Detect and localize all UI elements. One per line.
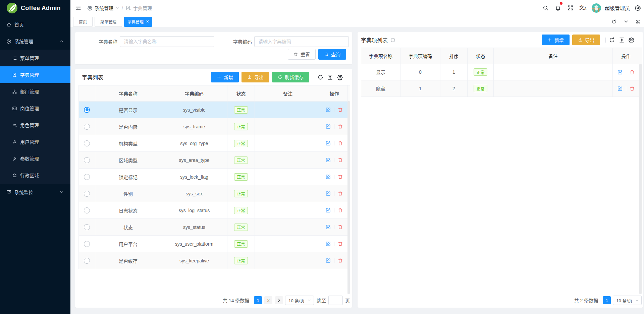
delete-icon[interactable] <box>337 191 343 196</box>
vertical-scrollbar-thumb[interactable] <box>639 64 642 294</box>
dict-table-row[interactable]: 状态sys_status正常 <box>79 219 350 236</box>
column-height-icon[interactable] <box>327 74 333 80</box>
add-dict-item-button[interactable]: 新增 <box>542 35 570 45</box>
delete-icon[interactable] <box>337 207 343 213</box>
delete-icon[interactable] <box>337 241 343 247</box>
delete-icon[interactable] <box>337 258 343 263</box>
dict-code-input[interactable] <box>254 36 349 47</box>
export-dict-button[interactable]: 导出 <box>241 72 269 82</box>
page-button-1[interactable]: 1 <box>254 296 262 304</box>
edit-icon[interactable] <box>325 241 331 247</box>
settings-button[interactable] <box>632 0 644 16</box>
delete-icon[interactable] <box>337 174 343 180</box>
page-size-select[interactable]: 10 条/页 <box>285 296 314 305</box>
sidebar-item-dept-mgmt[interactable]: 部门管理 <box>0 83 70 100</box>
refresh-table-icon[interactable] <box>317 74 324 80</box>
dict-item-table-row[interactable]: 显示01正常 <box>361 64 642 80</box>
radio-cell[interactable] <box>79 135 95 152</box>
query-button[interactable]: 查询 <box>318 49 346 60</box>
row-radio[interactable] <box>84 207 90 213</box>
user-name[interactable]: 超级管理员 <box>605 4 630 11</box>
fullscreen-button[interactable] <box>564 0 577 16</box>
dict-table-row[interactable]: 区域类型sys_area_type正常 <box>79 152 350 169</box>
sidebar-item-dict-mgmt[interactable]: 字典管理 <box>0 66 70 83</box>
edit-icon[interactable] <box>617 86 623 91</box>
info-icon[interactable] <box>390 38 395 43</box>
edit-icon[interactable] <box>325 258 331 263</box>
dict-table-row[interactable]: 是否显示sys_visible正常 <box>79 102 350 118</box>
delete-icon[interactable] <box>337 124 343 129</box>
table-settings-icon[interactable] <box>337 74 343 80</box>
sidebar-item-system[interactable]: 系统管理 <box>0 33 70 50</box>
edit-icon[interactable] <box>325 207 331 213</box>
radio-cell[interactable] <box>79 102 95 118</box>
page-button-2[interactable]: 2 <box>264 296 272 304</box>
edit-icon[interactable] <box>325 224 331 230</box>
notifications-button[interactable] <box>552 0 564 16</box>
row-radio[interactable] <box>84 157 90 163</box>
refresh-page-button[interactable] <box>608 16 620 27</box>
tab-首页[interactable]: 首页 <box>73 17 93 27</box>
jump-page-input[interactable] <box>328 296 343 305</box>
edit-icon[interactable] <box>617 69 623 75</box>
sidebar-item-menu-mgmt[interactable]: 菜单管理 <box>0 50 70 66</box>
edit-icon[interactable] <box>325 107 331 113</box>
vertical-scrollbar-thumb[interactable] <box>347 101 350 294</box>
radio-cell[interactable] <box>79 118 95 135</box>
tab-字典管理[interactable]: 字典管理✕ <box>124 17 152 27</box>
row-radio[interactable] <box>84 258 90 264</box>
sidebar-item-region-mgmt[interactable]: 行政区域 <box>0 167 70 184</box>
dict-table-row[interactable]: 是否内嵌sys_frame正常 <box>79 118 350 135</box>
delete-icon[interactable] <box>337 140 343 146</box>
dict-table-row[interactable]: 是否缓存sys_keepalive正常 <box>79 252 350 269</box>
radio-cell[interactable] <box>79 252 95 269</box>
delete-icon[interactable] <box>629 69 635 75</box>
collapse-sidebar-button[interactable] <box>75 5 82 11</box>
reset-button[interactable]: 重置 <box>288 49 316 60</box>
dict-item-table-row[interactable]: 隐藏12正常 <box>361 80 642 97</box>
edit-icon[interactable] <box>325 157 331 163</box>
sidebar-item-post-mgmt[interactable]: 岗位管理 <box>0 100 70 117</box>
next-page-button[interactable] <box>275 296 283 304</box>
global-search-button[interactable] <box>539 0 552 16</box>
row-radio[interactable] <box>84 191 90 197</box>
row-radio[interactable] <box>84 107 90 113</box>
maximize-content-button[interactable] <box>632 16 644 27</box>
edit-icon[interactable] <box>325 174 331 180</box>
edit-icon[interactable] <box>325 124 331 129</box>
sidebar-item-param-mgmt[interactable]: 参数管理 <box>0 150 70 167</box>
add-dict-button[interactable]: 新增 <box>211 72 239 82</box>
tab-options-button[interactable] <box>620 16 632 27</box>
delete-icon[interactable] <box>629 86 635 91</box>
dict-table-row[interactable]: 用户平台sys_user_platform正常 <box>79 236 350 252</box>
row-radio[interactable] <box>84 224 90 230</box>
radio-cell[interactable] <box>79 236 95 252</box>
row-radio[interactable] <box>84 140 90 146</box>
sidebar-item-role-mgmt[interactable]: 角色管理 <box>0 117 70 133</box>
row-radio[interactable] <box>84 174 90 180</box>
radio-cell[interactable] <box>79 202 95 219</box>
edit-icon[interactable] <box>325 140 331 146</box>
table-settings-icon[interactable] <box>628 37 635 43</box>
sidebar-item-monitor[interactable]: 系统监控 <box>0 184 70 200</box>
refresh-table-icon[interactable] <box>609 37 615 43</box>
column-height-icon[interactable] <box>619 37 625 43</box>
edit-icon[interactable] <box>325 191 331 196</box>
dict-table-row[interactable]: 性别sys_sex正常 <box>79 185 350 202</box>
radio-cell[interactable] <box>79 169 95 185</box>
language-switch-button[interactable]: 文A <box>577 0 589 16</box>
tab-菜单管理[interactable]: 菜单管理 <box>95 17 122 27</box>
radio-cell[interactable] <box>79 219 95 236</box>
row-radio[interactable] <box>84 241 90 247</box>
sidebar-item-home[interactable]: 首页 <box>0 16 70 33</box>
radio-cell[interactable] <box>79 185 95 202</box>
radio-cell[interactable] <box>79 152 95 169</box>
page-size-select[interactable]: 10 条/页 <box>613 296 642 305</box>
export-dict-item-button[interactable]: 导出 <box>572 35 600 45</box>
dict-table-row[interactable]: 机构类型sys_org_type正常 <box>79 135 350 152</box>
refresh-cache-button[interactable]: 刷新缓存 <box>272 72 309 82</box>
dict-name-input[interactable] <box>120 36 214 47</box>
dict-table-row[interactable]: 锁定标记sys_lock_flag正常 <box>79 169 350 185</box>
delete-icon[interactable] <box>337 107 343 113</box>
row-radio[interactable] <box>84 124 90 130</box>
